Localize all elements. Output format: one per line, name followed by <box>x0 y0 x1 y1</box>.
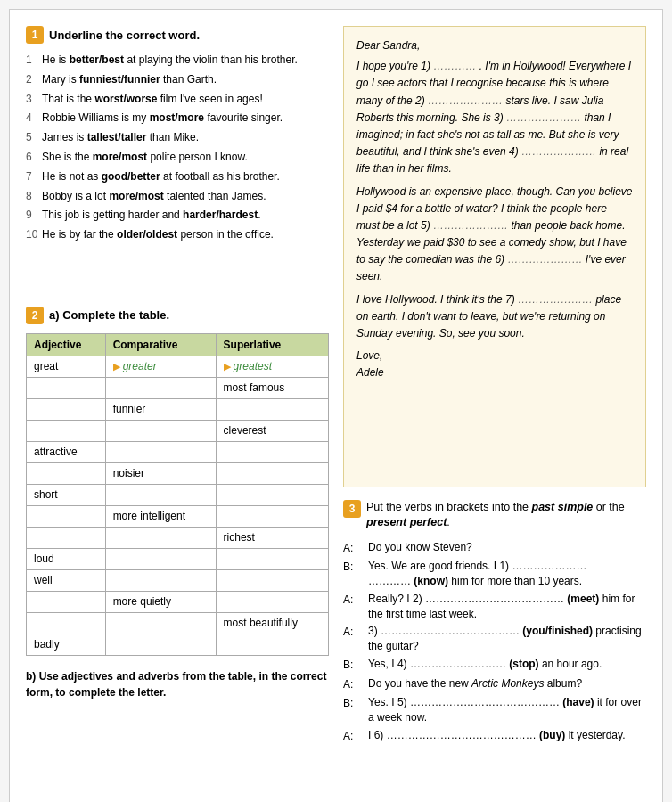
verb-bracket: (you/finished) <box>522 625 593 637</box>
letter-salutation: Dear Sandra, <box>356 37 633 54</box>
comp-cell: noisier <box>105 462 216 484</box>
sup-cell: cleverest <box>216 420 328 441</box>
bold-word: most/more <box>150 111 204 124</box>
table-row: short <box>27 484 329 505</box>
list-item: 9 This job is getting harder and harder/… <box>26 208 329 223</box>
section2-sub-text: b) Use adjectives and adverbs from the t… <box>26 670 326 699</box>
adj-cell: attractive <box>27 441 106 462</box>
section2-header: 2 a) Complete the table. <box>26 307 329 324</box>
adj-cell <box>27 377 106 398</box>
dialogue-line: A: Really? I 2) ………………………………… (meet) him… <box>343 592 646 622</box>
comp-cell <box>105 441 216 462</box>
dialogue-line: B: Yes. We are good friends. I 1) ………………… <box>343 559 646 589</box>
adj-cell <box>27 527 106 548</box>
dialogue-line: A: Do you know Steven? <box>343 540 646 557</box>
table-row: noisier <box>27 462 329 484</box>
item-text: He is by far the older/oldest person in … <box>42 227 329 242</box>
item-num: 5 <box>26 130 42 145</box>
table-row: most famous <box>27 377 329 398</box>
table-row: most beautifully <box>27 612 329 634</box>
adj-cell: great <box>27 356 106 377</box>
verb-bracket: (meet) <box>567 593 599 605</box>
speaker-label: B: <box>343 559 365 589</box>
verb-bracket: (buy) <box>539 729 565 741</box>
table-row: cleverest <box>27 420 329 441</box>
speaker-label: A: <box>343 676 365 693</box>
comp-cell: more quietly <box>105 591 216 612</box>
adj-cell <box>27 420 106 441</box>
speaker-label: A: <box>343 592 365 622</box>
adjective-table: Adjective Comparative Superlative great … <box>26 333 329 656</box>
page: 1 Underline the correct word. 1 He is be… <box>9 9 663 802</box>
bold-word: harder/hardest <box>183 209 258 221</box>
sup-cell <box>216 548 328 569</box>
sup-cell <box>216 505 328 527</box>
dialogue-text: 3) ………………………………… (you/finished) practisi… <box>368 624 646 654</box>
adj-cell <box>27 505 106 527</box>
arrow-icon: ▶ <box>113 361 123 372</box>
item-num: 3 <box>26 92 42 107</box>
comp-cell <box>105 634 216 655</box>
speaker-label: A: <box>343 728 365 745</box>
item-num: 1 <box>26 53 42 68</box>
table-row: richest <box>27 527 329 548</box>
adj-cell: loud <box>27 548 106 569</box>
item-num: 8 <box>26 189 42 204</box>
exercise-list: 1 He is better/best at playing the violi… <box>26 53 329 242</box>
col-adjective: Adjective <box>27 333 106 356</box>
item-text: James is tallest/taller than Mike. <box>42 130 329 145</box>
adj-cell <box>27 462 106 484</box>
comp-cell <box>105 377 216 398</box>
dialogue-text: Yes. I 5) …………………………………… (have) it for o… <box>368 695 646 725</box>
list-item: 3 That is the worst/worse film I've seen… <box>26 92 329 107</box>
list-item: 8 Bobby is a lot more/most talented than… <box>26 189 329 204</box>
sup-value: greatest <box>234 360 272 372</box>
bold-word: funniest/funnier <box>79 73 160 86</box>
item-num: 2 <box>26 72 42 87</box>
letter-paragraph3: I love Hollywood. I think it's the 7) ……… <box>356 291 633 343</box>
sup-cell: most beautifully <box>216 612 328 634</box>
dialogue-line: A: I 6) …………………………………… (buy) it yesterda… <box>343 728 646 745</box>
table-header-row: Adjective Comparative Superlative <box>27 333 329 356</box>
col-superlative: Superlative <box>216 333 328 356</box>
section2: 2 a) Complete the table. Adjective Compa… <box>26 307 329 794</box>
dialogue-text: I 6) …………………………………… (buy) it yesterday. <box>368 728 646 745</box>
sup-cell <box>216 398 328 420</box>
comp-cell: ▶ greater <box>105 356 216 377</box>
item-num: 7 <box>26 169 42 184</box>
dialogue-text: Yes. We are good friends. I 1) ………………………… <box>368 559 646 589</box>
table-row: badly <box>27 634 329 655</box>
dialogue-line: B: Yes. I 5) …………………………………… (have) it fo… <box>343 695 646 725</box>
section3-header: 3 Put the verbs in brackets into the pas… <box>343 500 646 531</box>
sup-cell <box>216 462 328 484</box>
sup-cell <box>216 591 328 612</box>
speaker-label: A: <box>343 624 365 654</box>
letter-closing: Love,Adele <box>356 348 633 381</box>
adjective-table-container: Adjective Comparative Superlative great … <box>26 333 329 656</box>
speaker-label: B: <box>343 657 365 674</box>
section2-num: 2 <box>26 307 44 324</box>
present-perfect-label: present perfect <box>366 516 447 528</box>
item-text: This job is getting harder and harder/ha… <box>42 208 329 223</box>
section1-header: 1 Underline the correct word. <box>26 26 329 44</box>
dialogue-text: Do you have the new Arctic Monkeys album… <box>368 676 646 693</box>
adj-cell <box>27 612 106 634</box>
sup-cell <box>216 634 328 655</box>
letter-signature: Adele <box>356 366 384 379</box>
section3-num: 3 <box>343 500 361 518</box>
speaker-label: B: <box>343 695 365 725</box>
item-text: Bobby is a lot more/most talented than J… <box>42 189 329 204</box>
section3: 3 Put the verbs in brackets into the pas… <box>343 500 646 794</box>
col-comparative: Comparative <box>105 333 216 356</box>
section3-title: Put the verbs in brackets into the past … <box>366 500 646 531</box>
comp-cell <box>105 548 216 569</box>
item-num: 6 <box>26 150 42 165</box>
sup-cell <box>216 569 328 591</box>
item-text: She is the more/most polite person I kno… <box>42 150 329 165</box>
bold-word: good/better <box>102 170 160 183</box>
table-row: attractive <box>27 441 329 462</box>
speaker-label: A: <box>343 540 365 557</box>
adj-cell: badly <box>27 634 106 655</box>
bold-word: more/most <box>93 151 147 163</box>
bold-word: more/most <box>109 190 163 202</box>
